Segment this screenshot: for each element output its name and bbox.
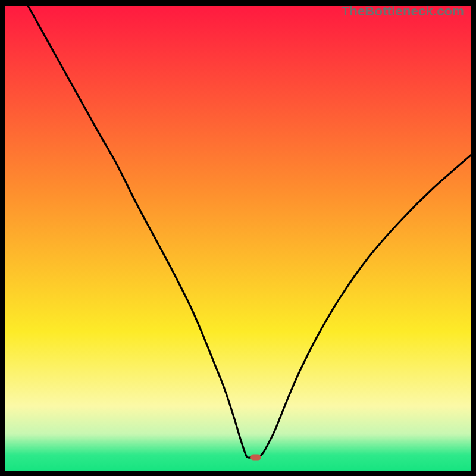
watermark-text: TheBottleneck.com: [342, 4, 464, 19]
chart-background: [5, 6, 471, 471]
chart-frame: TheBottleneck.com: [5, 6, 471, 471]
optimal-point-marker: [250, 454, 261, 460]
chart-svg: [5, 6, 471, 471]
